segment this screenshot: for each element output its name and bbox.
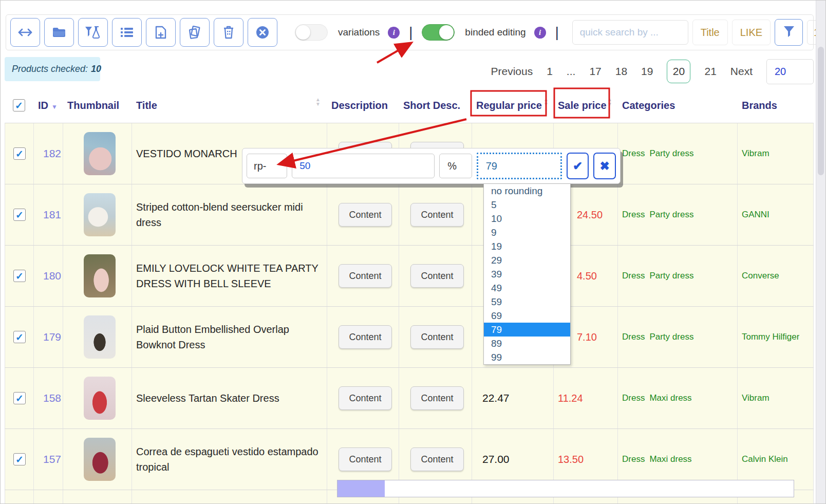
dropdown-option[interactable]: 89 <box>484 337 570 350</box>
sale-price-value[interactable]: 24.50 <box>577 209 603 221</box>
category-link[interactable]: Maxi dress <box>649 393 691 403</box>
row-checkbox[interactable]: ✓ <box>13 209 26 221</box>
column-header-regular-price[interactable]: Regular price <box>472 100 554 111</box>
category-link[interactable]: Maxi dress <box>649 454 691 464</box>
filter-button[interactable] <box>775 19 803 46</box>
product-thumbnail[interactable] <box>84 254 116 297</box>
product-title[interactable]: VESTIDO MONARCH <box>136 146 245 161</box>
dropdown-option[interactable]: 5 <box>484 198 570 212</box>
description-content-button[interactable]: Content <box>339 325 392 349</box>
price-amount-input[interactable] <box>292 154 435 178</box>
product-title[interactable]: Plaid Button Embellished Overlap Bowknot… <box>136 322 327 352</box>
column-header-title[interactable]: Title <box>132 100 327 111</box>
category-link[interactable]: Party dress <box>649 210 693 220</box>
product-thumbnail[interactable] <box>84 315 116 359</box>
column-header-id[interactable]: ID▼ <box>34 100 63 111</box>
regular-price-value[interactable]: 27.00 <box>482 453 510 465</box>
product-title[interactable]: Correa de espagueti vestido estampado tr… <box>136 444 327 475</box>
variations-info-icon[interactable]: i <box>388 27 400 39</box>
product-brand[interactable]: Tommy Hilfiger <box>742 332 799 342</box>
product-id[interactable]: 182 <box>43 147 61 160</box>
sale-price-value[interactable]: 11.24 <box>558 393 583 404</box>
dropdown-option[interactable]: 69 <box>484 309 570 323</box>
description-content-button[interactable]: Content <box>339 386 392 410</box>
dropdown-option[interactable]: 59 <box>484 295 570 309</box>
resize-columns-button[interactable] <box>10 18 40 47</box>
short-desc-content-button[interactable]: Content <box>410 325 464 349</box>
description-content-button[interactable]: Content <box>339 447 392 471</box>
dropdown-option-selected[interactable]: 79 <box>484 323 570 337</box>
row-checkbox[interactable]: ✓ <box>13 453 26 465</box>
short-desc-content-button[interactable]: Content <box>410 264 464 288</box>
product-brand[interactable]: Vibram <box>742 393 769 403</box>
product-brand[interactable]: Vibram <box>742 148 769 159</box>
category-link[interactable]: Dress <box>622 393 645 403</box>
category-link[interactable]: Dress <box>622 454 645 464</box>
pagination-previous[interactable]: Previous <box>491 65 533 78</box>
variations-toggle[interactable] <box>295 24 328 41</box>
short-desc-content-button[interactable]: Content <box>410 203 464 227</box>
add-product-button[interactable] <box>146 18 176 47</box>
sort-icon[interactable]: ▲▼ <box>543 97 549 106</box>
product-id[interactable]: 179 <box>43 331 61 343</box>
pagination-page[interactable]: 18 <box>615 65 627 78</box>
product-id[interactable]: 180 <box>43 270 61 282</box>
product-title[interactable]: Sleeveless Tartan Skater Dress <box>136 390 287 406</box>
row-checkbox[interactable]: ✓ <box>13 147 26 160</box>
product-id[interactable]: 157 <box>43 453 61 465</box>
product-thumbnail[interactable] <box>84 132 116 175</box>
cancel-button[interactable]: ✖ <box>593 153 616 179</box>
dropdown-option[interactable]: 99 <box>484 350 570 364</box>
dropdown-option[interactable]: 9 <box>484 226 570 239</box>
sort-icon[interactable]: ▲▼ <box>315 97 321 106</box>
row-checkbox[interactable]: ✓ <box>13 270 26 282</box>
pagination-next[interactable]: Next <box>730 65 753 78</box>
clear-selection-button[interactable] <box>248 18 277 47</box>
dropdown-option[interactable]: 49 <box>484 281 570 295</box>
select-all-checkbox[interactable]: ✓ <box>13 99 25 111</box>
product-thumbnail[interactable] <box>84 377 116 420</box>
pagination-page[interactable]: 19 <box>641 65 653 78</box>
list-view-button[interactable] <box>112 18 142 47</box>
vertical-scrollbar-thumb[interactable] <box>818 47 824 175</box>
vertical-scrollbar[interactable] <box>816 1 825 503</box>
binded-editing-toggle[interactable] <box>422 24 455 41</box>
binded-editing-info-icon[interactable]: i <box>534 27 546 39</box>
horizontal-scrollbar[interactable] <box>337 480 794 497</box>
product-title[interactable]: EMILY LOVELOCK WHITE TEA PARTY DRESS WIT… <box>136 260 327 291</box>
product-id[interactable]: 181 <box>43 209 61 221</box>
row-checkbox[interactable]: ✓ <box>13 392 26 404</box>
duplicate-button[interactable] <box>180 18 210 47</box>
product-thumbnail[interactable] <box>84 438 116 481</box>
category-link[interactable]: Party dress <box>649 148 693 159</box>
category-link[interactable]: Dress <box>622 332 645 342</box>
sale-price-value[interactable]: 13.50 <box>558 454 584 465</box>
short-desc-content-button[interactable]: Content <box>410 386 464 410</box>
category-link[interactable]: Dress <box>622 210 645 220</box>
category-link[interactable]: Dress <box>622 148 645 159</box>
product-brand[interactable]: Calvin Klein <box>742 454 788 464</box>
category-link[interactable]: Dress <box>622 271 645 281</box>
category-link[interactable]: Party dress <box>649 332 693 342</box>
category-link[interactable]: Party dress <box>649 271 693 281</box>
quick-search-input[interactable] <box>572 20 688 45</box>
sort-icon[interactable]: ▲▼ <box>607 97 612 106</box>
dropdown-option[interactable]: 19 <box>484 239 570 253</box>
dropdown-option[interactable]: 10 <box>484 212 570 226</box>
price-prefix-select[interactable]: rp- <box>247 154 287 178</box>
price-unit-select[interactable]: % <box>439 154 472 178</box>
search-field-button[interactable]: Title <box>692 20 728 45</box>
open-products-button[interactable] <box>44 18 74 47</box>
sale-price-value[interactable]: 4.50 <box>577 270 597 282</box>
filter-test-button[interactable] <box>78 18 108 47</box>
product-brand[interactable]: GANNI <box>742 210 769 220</box>
dropdown-option[interactable]: 39 <box>484 267 570 281</box>
search-operator-button[interactable]: LIKE <box>732 20 771 45</box>
confirm-button[interactable]: ✔ <box>567 153 589 179</box>
dropdown-option[interactable]: no rounding <box>484 184 570 198</box>
pagination-current-page[interactable]: 20 <box>667 60 690 83</box>
delete-button[interactable] <box>214 18 243 47</box>
goto-page-input[interactable] <box>766 59 814 84</box>
product-id[interactable]: 158 <box>43 392 61 404</box>
description-content-button[interactable]: Content <box>339 264 392 288</box>
